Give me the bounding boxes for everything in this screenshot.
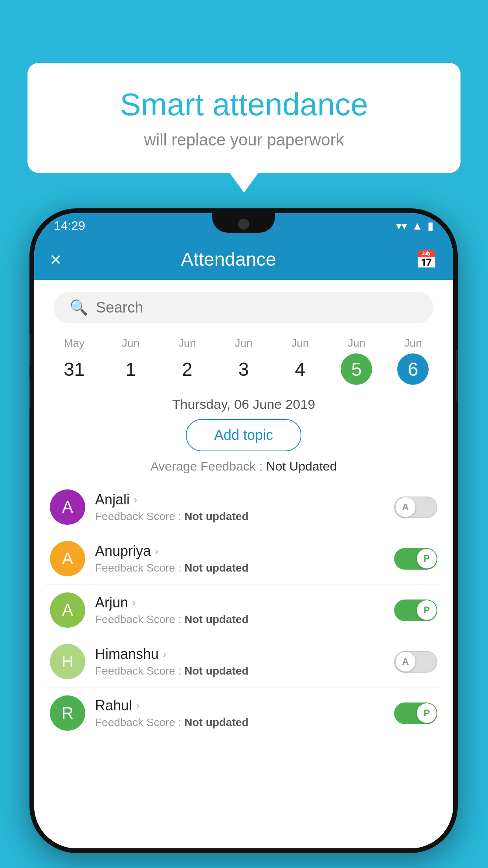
calendar-icon[interactable]: 📅	[415, 249, 437, 270]
day-number[interactable]: 2	[171, 353, 203, 385]
student-info: Rahul ›Feedback Score : Not updated	[95, 697, 394, 729]
day-month-label: Jun	[103, 337, 159, 349]
volume-up-button	[29, 334, 31, 366]
toggle-knob: P	[417, 549, 437, 568]
day-month-label: Jun	[215, 337, 272, 349]
speech-bubble: Smart attendance will replace your paper…	[28, 63, 460, 173]
avg-feedback-label: Average Feedback :	[150, 459, 266, 473]
calendar-day[interactable]: Jun4	[272, 337, 328, 385]
feedback-score: Feedback Score : Not updated	[95, 510, 394, 523]
student-info: Arjun ›Feedback Score : Not updated	[95, 594, 394, 626]
day-month-label: Jun	[385, 337, 441, 349]
day-number[interactable]: 4	[284, 353, 316, 385]
wifi-icon: ▾▾	[396, 219, 407, 232]
avatar: R	[50, 695, 85, 731]
power-button	[456, 350, 458, 401]
feedback-score: Feedback Score : Not updated	[95, 716, 394, 729]
toggle-knob: P	[417, 703, 437, 723]
search-bar[interactable]: 🔍	[54, 292, 433, 323]
student-name: Anjali ›	[95, 491, 394, 508]
feedback-score: Feedback Score : Not updated	[95, 665, 394, 677]
search-input[interactable]	[96, 299, 418, 316]
student-name: Anupriya ›	[95, 543, 394, 559]
student-name: Arjun ›	[95, 594, 394, 611]
avatar: A	[50, 541, 85, 576]
chevron-right-icon: ›	[163, 648, 166, 660]
avatar: H	[50, 644, 85, 679]
camera-dot	[238, 219, 249, 230]
attendance-toggle[interactable]: P	[394, 600, 437, 621]
attendance-toggle[interactable]: A	[394, 497, 437, 518]
phone-frame: 14:29 ▾▾ ▲ ▮ × Attendance 📅 🔍 May31Jun1J…	[29, 208, 458, 853]
day-number[interactable]: 31	[59, 353, 90, 385]
day-month-label: Jun	[328, 337, 385, 349]
day-month-label: Jun	[159, 337, 215, 349]
phone-notch	[212, 213, 275, 233]
calendar-day[interactable]: May31	[46, 337, 103, 385]
calendar-day[interactable]: Jun5	[328, 337, 385, 385]
speech-bubble-container: Smart attendance will replace your paper…	[28, 63, 460, 173]
student-item[interactable]: AArjun ›Feedback Score : Not updatedP	[46, 585, 441, 636]
status-time: 14:29	[54, 219, 85, 233]
day-number[interactable]: 5	[341, 353, 372, 385]
battery-icon: ▮	[427, 219, 433, 232]
app-header: × Attendance 📅	[34, 239, 453, 280]
add-topic-button[interactable]: Add topic	[186, 419, 301, 451]
chevron-right-icon: ›	[136, 699, 139, 712]
signal-icon: ▲	[412, 220, 423, 232]
day-number[interactable]: 3	[228, 353, 259, 385]
avatar: A	[50, 489, 85, 525]
selected-date: Thursday, 06 June 2019	[34, 397, 453, 412]
feedback-score: Feedback Score : Not updated	[95, 562, 394, 574]
avatar: A	[50, 592, 85, 628]
phone-screen: 14:29 ▾▾ ▲ ▮ × Attendance 📅 🔍 May31Jun1J…	[34, 213, 453, 848]
chevron-right-icon: ›	[132, 596, 136, 609]
bubble-subtitle: will replace your paperwork	[59, 131, 429, 149]
calendar-strip: May31Jun1Jun2Jun3Jun4Jun5Jun6	[34, 331, 453, 385]
status-icons: ▾▾ ▲ ▮	[396, 219, 433, 232]
calendar-day[interactable]: Jun6	[385, 337, 441, 385]
student-info: Anjali ›Feedback Score : Not updated	[95, 491, 394, 523]
student-name: Rahul ›	[95, 697, 394, 714]
attendance-toggle[interactable]: P	[394, 702, 437, 724]
toggle-knob: A	[396, 497, 415, 517]
calendar-day[interactable]: Jun2	[159, 337, 215, 385]
toggle-knob: A	[396, 652, 415, 671]
student-name: Himanshu ›	[95, 646, 394, 662]
calendar-day[interactable]: Jun3	[215, 337, 272, 385]
bubble-title: Smart attendance	[59, 86, 429, 123]
toggle-knob: P	[417, 600, 437, 620]
student-list: AAnjali ›Feedback Score : Not updatedAAA…	[34, 482, 453, 739]
student-item[interactable]: RRahul ›Feedback Score : Not updatedP	[46, 688, 441, 739]
student-info: Anupriya ›Feedback Score : Not updated	[95, 543, 394, 574]
attendance-toggle[interactable]: A	[394, 651, 437, 673]
day-number[interactable]: 1	[115, 353, 147, 385]
avg-feedback: Average Feedback : Not Updated	[34, 459, 453, 474]
day-number[interactable]: 6	[397, 353, 429, 385]
calendar-day[interactable]: Jun1	[103, 337, 159, 385]
chevron-right-icon: ›	[134, 493, 137, 506]
content-area: 🔍 May31Jun1Jun2Jun3Jun4Jun5Jun6 Thursday…	[34, 280, 453, 848]
student-info: Himanshu ›Feedback Score : Not updated	[95, 646, 394, 677]
student-item[interactable]: AAnjali ›Feedback Score : Not updatedA	[46, 482, 441, 533]
student-item[interactable]: AAnupriya ›Feedback Score : Not updatedP	[46, 533, 441, 585]
avg-feedback-value: Not Updated	[266, 459, 337, 473]
volume-down-button	[29, 377, 31, 409]
chevron-right-icon: ›	[155, 545, 158, 557]
attendance-toggle[interactable]: P	[394, 548, 437, 570]
header-title: Attendance	[42, 248, 415, 270]
student-item[interactable]: HHimanshu ›Feedback Score : Not updatedA	[46, 636, 441, 688]
search-icon: 🔍	[70, 299, 88, 316]
day-month-label: May	[46, 337, 103, 349]
feedback-score: Feedback Score : Not updated	[95, 613, 394, 626]
day-month-label: Jun	[272, 337, 328, 349]
